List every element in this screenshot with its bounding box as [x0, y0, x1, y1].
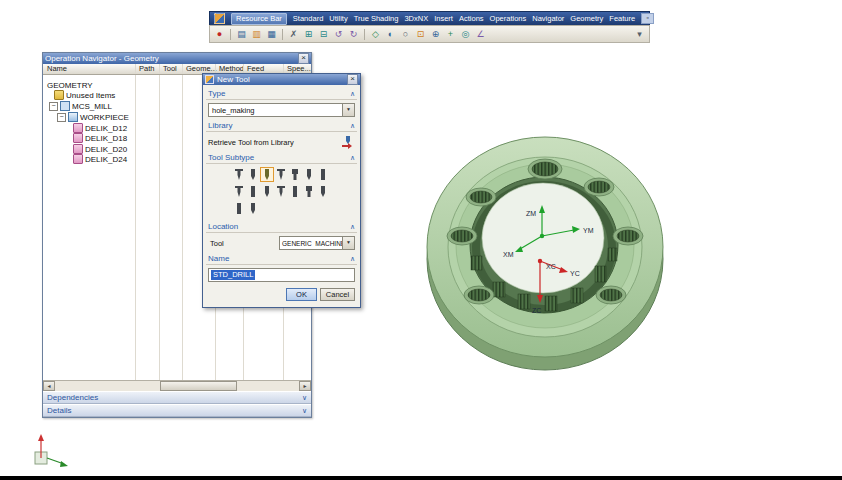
tool-subtype-icon[interactable] — [274, 184, 288, 199]
xm-axis-label: XM — [503, 251, 514, 258]
tool-subtype-group-header[interactable]: Tool Subtype ∧ — [206, 152, 357, 164]
tool-subtype-icon[interactable] — [288, 184, 302, 199]
new-icon[interactable]: ▤ — [235, 28, 248, 41]
dock-icon[interactable]: ▫ — [641, 13, 654, 24]
tool-subtype-icon[interactable] — [316, 184, 330, 199]
chevron-up-icon[interactable]: ∧ — [350, 90, 355, 98]
tool-dropdown[interactable]: GENERIC_MACHINE ▼ — [279, 236, 355, 250]
tool-subtype-icon[interactable] — [246, 167, 260, 182]
tree-item-label: Unused Items — [66, 91, 115, 100]
menu-true-shading[interactable]: True Shading — [354, 12, 399, 25]
hole-geometry-icon — [73, 133, 83, 143]
retrieve-tool-row: Retrieve Tool from Library — [208, 135, 355, 149]
cancel-button[interactable]: Cancel — [320, 288, 355, 301]
hole-geometry-icon — [73, 144, 83, 154]
graphics-viewport[interactable]: ZM YM XM XC YC ZC — [415, 126, 675, 376]
menu-actions[interactable]: Actions — [459, 12, 484, 25]
record-icon[interactable]: ● — [213, 28, 226, 41]
library-group-header[interactable]: Library ∧ — [206, 120, 357, 132]
tool-subtype-label: Tool Subtype — [208, 153, 254, 162]
resource-bar-menu[interactable]: Resource Bar — [231, 13, 287, 25]
tool-subtype-icon-selected[interactable] — [260, 167, 274, 182]
chevron-down-icon[interactable]: ▼ — [342, 237, 354, 249]
dialog-icon — [205, 75, 214, 84]
tool-subtype-icon[interactable] — [232, 167, 246, 182]
tool-subtype-icon[interactable] — [246, 201, 260, 216]
menu-standard[interactable]: Standard — [293, 12, 323, 25]
undo-icon[interactable]: ↺ — [332, 28, 345, 41]
type-group-header[interactable]: Type ∧ — [206, 88, 357, 100]
wireframe-view-icon[interactable]: ○ — [399, 28, 412, 41]
tool-subtype-icon[interactable] — [316, 167, 330, 182]
tool-subtype-icon[interactable] — [260, 184, 274, 199]
ok-button[interactable]: OK — [286, 288, 317, 301]
retrieve-tool-label: Retrieve Tool from Library — [208, 138, 294, 147]
menu-feature[interactable]: Feature — [609, 12, 635, 25]
navigator-titlebar[interactable]: Operation Navigator - Geometry × — [43, 53, 311, 64]
measure-icon[interactable]: ∠ — [474, 28, 487, 41]
column-header-name[interactable]: Name — [47, 64, 67, 74]
zoom-icon[interactable]: ⊕ — [429, 28, 442, 41]
close-icon[interactable]: × — [298, 53, 309, 64]
open-icon[interactable]: ▥ — [250, 28, 263, 41]
tool-subtype-icon[interactable] — [232, 201, 246, 216]
chevron-up-icon[interactable]: ∧ — [350, 255, 355, 263]
menu-insert[interactable]: Insert — [434, 12, 453, 25]
dialog-titlebar[interactable]: New Tool × — [203, 74, 360, 85]
column-gridline — [159, 64, 160, 74]
location-label: Location — [208, 222, 238, 231]
menu-operations[interactable]: Operations — [490, 12, 527, 25]
chevron-up-icon[interactable]: ∧ — [350, 154, 355, 162]
toolbar-titlebar[interactable]: Resource Bar Standard Utility True Shadi… — [209, 11, 650, 25]
type-dropdown[interactable]: hole_making ▼ — [208, 103, 355, 117]
more-tools-icon[interactable]: ▾ — [633, 28, 646, 41]
name-group-header[interactable]: Name ∧ — [206, 253, 357, 265]
chevron-down-icon[interactable]: ∨ — [302, 394, 307, 402]
hole-geometry-icon — [73, 123, 83, 133]
tool-subtype-icon[interactable] — [274, 167, 288, 182]
view-triad — [22, 430, 68, 474]
library-label: Library — [208, 121, 232, 130]
orient-view-icon[interactable]: ◇ — [369, 28, 382, 41]
collapse-icon[interactable]: − — [49, 102, 58, 111]
dialog-title: New Tool — [217, 75, 344, 84]
copy-icon[interactable]: ⊞ — [302, 28, 315, 41]
tool-subtype-icon[interactable] — [288, 167, 302, 182]
chevron-down-icon[interactable]: ▼ — [342, 104, 354, 116]
scroll-right-icon[interactable]: ▸ — [299, 381, 311, 391]
tool-subtype-icon[interactable] — [302, 167, 316, 182]
collapse-icon[interactable]: − — [57, 113, 66, 122]
dependencies-section[interactable]: Dependencies ∨ — [43, 391, 311, 404]
fit-view-icon[interactable]: ⊡ — [414, 28, 427, 41]
retrieve-tool-icon[interactable] — [341, 135, 355, 149]
menu-navigator[interactable]: Navigator — [532, 12, 564, 25]
menu-3dxnx[interactable]: 3DxNX — [404, 12, 428, 25]
paste-icon[interactable]: ⊟ — [317, 28, 330, 41]
location-group-header[interactable]: Location ∧ — [206, 221, 357, 233]
menu-utility[interactable]: Utility — [329, 12, 347, 25]
toolbar-separator — [282, 29, 283, 40]
scroll-left-icon[interactable]: ◂ — [43, 381, 55, 391]
name-label: Name — [208, 254, 229, 263]
chevron-up-icon[interactable]: ∧ — [350, 223, 355, 231]
chevron-down-icon[interactable]: ∨ — [302, 407, 307, 415]
chevron-up-icon[interactable]: ∧ — [350, 122, 355, 130]
details-section[interactable]: Details ∨ — [43, 404, 311, 417]
shaded-view-icon[interactable]: ◐ — [384, 28, 397, 41]
rotate-icon[interactable]: ◎ — [459, 28, 472, 41]
tool-subtype-icon[interactable] — [302, 184, 316, 199]
save-icon[interactable]: ▦ — [265, 28, 278, 41]
tool-subtype-icon[interactable] — [246, 184, 260, 199]
scrollbar-thumb[interactable] — [160, 381, 237, 391]
tool-name-input[interactable]: STD_DRILL — [208, 268, 355, 282]
menu-geometry[interactable]: Geometry — [570, 12, 603, 25]
pan-icon[interactable]: + — [444, 28, 457, 41]
column-header-path[interactable]: Path — [139, 64, 154, 74]
redo-icon[interactable]: ↻ — [347, 28, 360, 41]
column-header-tool[interactable]: Tool — [163, 64, 177, 74]
cut-icon[interactable]: ✗ — [287, 28, 300, 41]
horizontal-scrollbar[interactable]: ◂ ▸ — [43, 380, 311, 391]
close-icon[interactable]: × — [347, 74, 358, 85]
tool-subtype-icon[interactable] — [232, 184, 246, 199]
scrollbar-track[interactable] — [55, 381, 299, 391]
